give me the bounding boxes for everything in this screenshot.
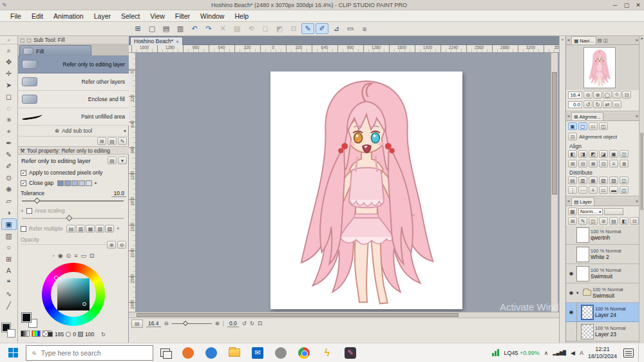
menu-layer[interactable]: Layer	[89, 11, 116, 21]
start-button[interactable]	[0, 343, 26, 362]
fill-tool-icon[interactable]: ▣	[1, 218, 17, 230]
align-button[interactable]: ≣	[620, 160, 629, 167]
clear-icon[interactable]: ✕	[216, 23, 229, 34]
navigator-rotate-icon[interactable]: ↻	[593, 100, 602, 108]
close-gap-level[interactable]	[57, 180, 64, 186]
property-menu-icon[interactable]: ▤	[108, 157, 117, 164]
navigator-rotate-icon[interactable]: ▭	[612, 100, 621, 108]
navigator-zoom-value[interactable]: 16.4	[568, 91, 582, 99]
panel-collapse-strip[interactable]: »	[559, 36, 565, 343]
subtool-group-tab[interactable]: Fill	[19, 45, 91, 56]
tray-expand-icon[interactable]: ∧	[544, 350, 549, 356]
chevron-right-icon[interactable]: »	[636, 198, 638, 204]
arrow-right-icon[interactable]: ▸	[95, 180, 97, 186]
distribute-button[interactable]: ▦	[589, 176, 598, 184]
text-tool-icon[interactable]: A	[1, 265, 17, 276]
navigator-zoom-icon[interactable]: ⊖	[583, 91, 592, 99]
ruler-tool-icon[interactable]: ╱	[1, 300, 17, 311]
layer-row[interactable]: ◉100 % NormalLayer 24	[566, 303, 639, 322]
menu-edit[interactable]: Edit	[26, 11, 48, 21]
tool-panel-header[interactable]: «	[0, 36, 17, 44]
layer-lock-icon[interactable]: ◧	[620, 217, 629, 225]
align-mode-icon[interactable]: ▣	[568, 122, 577, 130]
refresh-icon[interactable]: ↻	[101, 331, 106, 338]
distribute-button[interactable]: ◫	[620, 186, 629, 194]
add-property-icon[interactable]: ⊕	[107, 241, 116, 249]
area-scaling-slider[interactable]	[22, 216, 124, 221]
deselect-icon[interactable]: ◻	[259, 23, 272, 34]
color-wheel[interactable]	[42, 263, 105, 326]
tab-subview[interactable]: ▤	[598, 37, 602, 43]
refer-multiple-row[interactable]: ✓ Refer multiple ▤▥▦▧▨ ▾	[21, 224, 126, 233]
minimize-button[interactable]: ─	[609, 1, 621, 10]
add-subtool-button[interactable]: ⊕ Add sub tool ▾	[18, 126, 129, 137]
edge-icon[interactable]	[200, 343, 223, 362]
layer-row[interactable]: ◉100 % NormalSwimsuit	[566, 264, 639, 283]
refer-target-icon[interactable]: ▧	[95, 225, 104, 233]
close-gap-level[interactable]	[71, 180, 78, 186]
menu-filter[interactable]: Filter	[170, 11, 195, 21]
distribute-button[interactable]: ▬	[609, 186, 618, 194]
distribute-button[interactable]: ⋮	[568, 186, 577, 194]
object-tool-icon[interactable]: ➤	[1, 79, 17, 91]
hue-swatch-icon[interactable]	[32, 330, 41, 337]
zoom-tool-icon[interactable]: ⌕	[1, 44, 17, 56]
navigator-zoom-icon[interactable]: ⊕	[593, 91, 602, 99]
zoom-slider[interactable]	[172, 321, 212, 326]
menu-window[interactable]: Window	[195, 11, 229, 21]
menu-animation[interactable]: Animation	[48, 11, 89, 21]
reset-view-icon[interactable]: ⊡	[258, 320, 262, 327]
blend-mode-select[interactable]: Norm... ▾	[578, 208, 603, 215]
remove-property-icon[interactable]: ⊖	[117, 241, 126, 249]
invert-selection-icon[interactable]: ◩	[273, 23, 286, 34]
chevron-down-icon[interactable]: ▾	[124, 128, 126, 134]
close-gap-row[interactable]: ✓ Close gap ▸	[21, 178, 126, 187]
subtool-view-icon[interactable]: ✎	[118, 137, 127, 145]
eraser-tool-icon[interactable]: ▱	[1, 195, 17, 207]
hue-ring-cursor[interactable]	[54, 276, 59, 280]
tab-layer[interactable]: ▤ Layer	[571, 197, 594, 205]
refer-target-icon[interactable]: ▦	[86, 225, 95, 233]
workspace-icon[interactable]: ⊞	[131, 23, 144, 34]
language-icon[interactable]: A	[580, 350, 583, 356]
navigator-zoom-icon[interactable]: ⟐	[612, 91, 621, 99]
refer-target-icon[interactable]: ▥	[76, 225, 85, 233]
tab-info[interactable]: ◫	[603, 37, 608, 43]
align-button[interactable]: ≡	[609, 160, 618, 167]
clip-studio-icon[interactable]: ✎	[339, 343, 362, 362]
transform-icon[interactable]: ⟲	[245, 23, 258, 34]
snap-ruler-icon[interactable]: ✎	[301, 23, 314, 34]
align-button[interactable]: ◪	[599, 150, 608, 158]
chevron-down-icon[interactable]: ▾	[118, 157, 127, 164]
color-mode-swatches[interactable]	[21, 330, 52, 337]
canvas-page[interactable]	[270, 71, 462, 309]
decoration-tool-icon[interactable]: ❋	[1, 184, 17, 195]
layer-lock-icon[interactable]: ⊡	[630, 217, 639, 225]
correction-tool-icon[interactable]: ∿	[1, 288, 17, 300]
layer-lock-icon[interactable]: ⊘	[599, 217, 608, 225]
folder-expand-icon[interactable]: ▾	[576, 291, 582, 296]
chevron-right-icon[interactable]: »	[636, 37, 638, 43]
distribute-button[interactable]: ▤	[568, 176, 577, 184]
navigator-preview[interactable]	[566, 45, 639, 90]
document-tab[interactable]: Hoshino Beach* ×	[130, 37, 183, 45]
lasso-tool-icon[interactable]: ◌	[1, 102, 17, 114]
align-button[interactable]: ◩	[589, 150, 598, 158]
menu-help[interactable]: Help	[229, 11, 254, 21]
firefox-icon[interactable]	[176, 343, 200, 362]
refer-target-icon[interactable]: ▨	[105, 225, 114, 233]
subtool-panel-header[interactable]: ▢ ▢ Sub Tool: Fill	[18, 36, 129, 44]
chevron-left-icon[interactable]: «	[567, 198, 570, 204]
visibility-icon[interactable]: ◉	[567, 271, 575, 276]
close-gap-levels[interactable]	[57, 180, 92, 186]
navigator-thumbnail[interactable]	[583, 47, 616, 88]
subtool-item[interactable]: Enclose and fill	[18, 91, 129, 108]
current-color-swatch[interactable]	[22, 313, 31, 322]
material-tool-icon[interactable]: ϟ	[316, 343, 339, 362]
chevron-left-icon[interactable]: «	[567, 37, 570, 43]
chrome-icon[interactable]	[292, 343, 316, 362]
rotation-value[interactable]: 0.0	[227, 320, 239, 327]
selection-tool-icon[interactable]: ◻	[1, 91, 17, 102]
status-menu-button[interactable]: ▤	[131, 319, 143, 328]
visibility-icon[interactable]: ◉	[567, 290, 575, 296]
